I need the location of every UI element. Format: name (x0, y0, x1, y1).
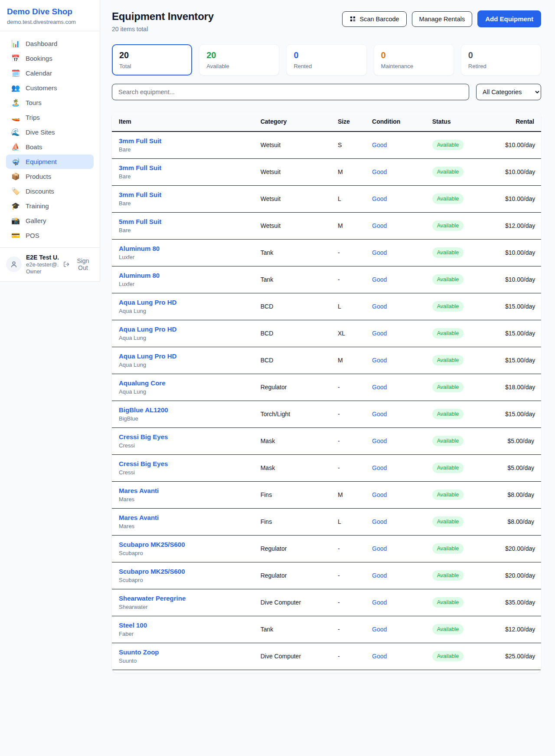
item-name-link[interactable]: Shearwater Peregrine (119, 595, 186, 602)
item-name-link[interactable]: Aluminum 80 (119, 245, 160, 252)
condition-link[interactable]: Good (372, 168, 387, 175)
sidebar-item-dashboard[interactable]: 📊Dashboard (6, 36, 94, 51)
status-cell: Available (425, 374, 498, 401)
table-row: 5mm Full SuitBareWetsuitMGoodAvailable$1… (112, 212, 541, 239)
category-cell: Regulator (254, 374, 331, 401)
size-cell: - (331, 239, 365, 266)
item-name-link[interactable]: Mares Avanti (119, 514, 159, 521)
stat-card-rented[interactable]: 0Rented (286, 44, 366, 76)
condition-link[interactable]: Good (372, 491, 387, 498)
brand-domain: demo.test.divestreams.com (7, 19, 93, 25)
item-name-link[interactable]: Aluminum 80 (119, 272, 160, 279)
item-name-link[interactable]: Aqualung Core (119, 379, 166, 387)
item-name-link[interactable]: Cressi Big Eyes (119, 433, 168, 440)
rental-cell: $20.00/day (498, 535, 541, 562)
item-name-link[interactable]: Aqua Lung Pro HD (119, 299, 176, 306)
item-name-link[interactable]: 5mm Full Suit (119, 218, 161, 225)
search-input[interactable] (112, 84, 469, 100)
size-cell: - (331, 454, 365, 481)
sidebar-item-gallery[interactable]: 📸Gallery (6, 214, 94, 228)
condition-link[interactable]: Good (372, 303, 387, 310)
item-cell: Aqua Lung Pro HDAqua Lung (112, 347, 254, 374)
item-name-link[interactable]: BigBlue AL1200 (119, 406, 168, 414)
item-name-link[interactable]: 3mm Full Suit (119, 137, 161, 145)
condition-link[interactable]: Good (372, 222, 387, 229)
condition-link[interactable]: Good (372, 330, 387, 337)
condition-link[interactable]: Good (372, 437, 387, 444)
sidebar-item-customers[interactable]: 👥Customers (6, 81, 94, 95)
sidebar-item-bookings[interactable]: 📅Bookings (6, 51, 94, 66)
item-name-link[interactable]: Aqua Lung Pro HD (119, 352, 176, 360)
pos-icon: 💳 (11, 232, 20, 239)
sidebar-item-products[interactable]: 📦Products (6, 169, 94, 184)
condition-link[interactable]: Good (372, 599, 387, 606)
stat-card-maintenance[interactable]: 0Maintenance (374, 44, 454, 76)
condition-link[interactable]: Good (372, 545, 387, 552)
rental-cell: $10.00/day (498, 185, 541, 212)
condition-link[interactable]: Good (372, 411, 387, 417)
condition-link[interactable]: Good (372, 464, 387, 471)
sidebar-item-trips[interactable]: 🚤Trips (6, 110, 94, 125)
sidebar-item-calendar[interactable]: 🗓️Calendar (6, 66, 94, 80)
sidebar-item-training[interactable]: 🎓Training (6, 199, 94, 213)
table-row: Aqua Lung Pro HDAqua LungBCDLGoodAvailab… (112, 293, 541, 320)
status-cell: Available (425, 643, 498, 670)
size-cell: L (331, 508, 365, 535)
add-equipment-button[interactable]: Add Equipment (477, 10, 541, 27)
rental-cell: $5.00/day (498, 427, 541, 454)
rental-cell: $12.00/day (498, 212, 541, 239)
condition-link[interactable]: Good (372, 384, 387, 391)
sidebar-item-dive-sites[interactable]: 🌊Dive Sites (6, 125, 94, 139)
condition-link[interactable]: Good (372, 572, 387, 579)
sidebar-item-pos[interactable]: 💳POS (6, 228, 94, 243)
size-cell: - (331, 643, 365, 670)
item-name-link[interactable]: 3mm Full Suit (119, 191, 161, 198)
item-name-link[interactable]: Steel 100 (119, 621, 147, 629)
condition-link[interactable]: Good (372, 653, 387, 660)
category-select[interactable]: All Categories (476, 84, 541, 100)
products-icon: 📦 (11, 173, 20, 180)
condition-link[interactable]: Good (372, 276, 387, 283)
condition-cell: Good (365, 454, 425, 481)
condition-link[interactable]: Good (372, 626, 387, 633)
stat-card-retired[interactable]: 0Retired (461, 44, 541, 76)
sidebar-item-boats[interactable]: ⛵Boats (6, 140, 94, 154)
condition-cell: Good (365, 643, 425, 670)
category-cell: Dive Computer (254, 589, 331, 616)
category-cell: Tank (254, 239, 331, 266)
item-name-link[interactable]: Cressi Big Eyes (119, 460, 168, 467)
sidebar-nav: 📊Dashboard📅Bookings🗓️Calendar👥Customers🏝… (0, 31, 100, 247)
item-name-link[interactable]: Mares Avanti (119, 487, 159, 494)
sidebar-item-discounts[interactable]: 🏷️Discounts (6, 184, 94, 198)
rental-cell: $10.00/day (498, 158, 541, 185)
stat-card-total[interactable]: 20Total (112, 44, 192, 76)
item-cell: Cressi Big EyesCressi (112, 427, 254, 454)
scan-barcode-button[interactable]: Scan Barcode (342, 11, 406, 27)
category-cell: BCD (254, 320, 331, 347)
item-name-link[interactable]: Scubapro MK25/S600 (119, 541, 185, 548)
category-cell: Tank (254, 266, 331, 293)
condition-link[interactable]: Good (372, 195, 387, 202)
stat-value: 20 (119, 50, 185, 60)
item-name-link[interactable]: Aqua Lung Pro HD (119, 325, 176, 333)
sidebar-item-tours[interactable]: 🏝️Tours (6, 95, 94, 110)
condition-link[interactable]: Good (372, 141, 387, 148)
item-name-link[interactable]: Suunto Zoop (119, 648, 159, 656)
status-badge: Available (432, 543, 464, 554)
condition-link[interactable]: Good (372, 357, 387, 364)
sidebar-item-equipment[interactable]: 🤿Equipment (6, 154, 94, 169)
condition-link[interactable]: Good (372, 249, 387, 256)
manage-rentals-button[interactable]: Manage Rentals (412, 11, 473, 27)
brand-title[interactable]: Demo Dive Shop (7, 7, 93, 16)
condition-link[interactable]: Good (372, 518, 387, 525)
item-name-link[interactable]: Scubapro MK25/S600 (119, 568, 185, 575)
rental-cell: $8.00/day (498, 481, 541, 508)
item-name-link[interactable]: 3mm Full Suit (119, 164, 161, 171)
sign-out-button[interactable]: Sign Out (63, 257, 94, 271)
sidebar-item-label: POS (26, 232, 39, 239)
condition-cell: Good (365, 131, 425, 158)
stat-card-available[interactable]: 20Available (199, 44, 279, 76)
category-cell: Torch/Light (254, 401, 331, 427)
rental-cell: $5.00/day (498, 454, 541, 481)
size-cell: - (331, 401, 365, 427)
